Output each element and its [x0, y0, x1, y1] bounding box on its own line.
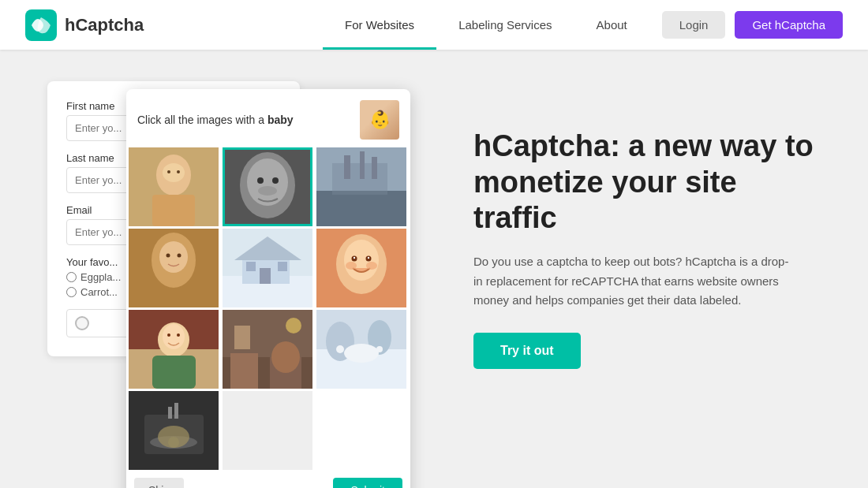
svg-point-52 [271, 341, 300, 373]
captcha-header: Click all the images with a baby 👶 [126, 89, 410, 147]
navbar: hCaptcha For Websites Labeling Services … [0, 0, 868, 50]
svg-rect-31 [278, 262, 287, 271]
captcha-sample-image: 👶 [360, 100, 399, 140]
captcha-prompt-text: Click all the images with a [137, 114, 264, 126]
get-hcaptcha-button[interactable]: Get hCaptcha [735, 11, 843, 39]
captcha-dot [75, 316, 89, 330]
svg-rect-53 [234, 326, 250, 349]
svg-point-6 [177, 170, 180, 173]
hero-title: hCaptcha: a new way to monetize your sit… [473, 129, 821, 237]
svg-point-11 [272, 177, 279, 184]
captcha-image-1 [129, 147, 219, 226]
nav-about[interactable]: About [574, 0, 649, 50]
svg-point-59 [344, 344, 379, 363]
captcha-cell-5[interactable] [223, 229, 312, 307]
main-content: First name Last name Email Your favo... … [0, 50, 868, 488]
svg-point-68 [158, 426, 189, 448]
captcha-cell-8[interactable] [223, 310, 312, 389]
nav-for-websites[interactable]: For Websites [323, 0, 436, 50]
sample-face-icon: 👶 [360, 100, 399, 140]
captcha-cell-9[interactable] [316, 310, 406, 389]
captcha-cell-4[interactable] [129, 229, 219, 307]
logo-icon [25, 9, 57, 41]
captcha-prompt-bold: baby [268, 114, 294, 126]
svg-point-12 [258, 186, 277, 196]
svg-rect-44 [152, 356, 196, 389]
captcha-cell-6[interactable] [316, 229, 406, 307]
svg-point-46 [167, 333, 170, 337]
svg-rect-14 [316, 191, 406, 226]
skip-button[interactable]: Skip [134, 478, 184, 488]
captcha-widget: Click all the images with a baby 👶 [126, 89, 410, 488]
radio-carrot-label: Carrot... [80, 286, 118, 298]
hero-section: hCaptcha: a new way to monetize your sit… [473, 81, 821, 369]
navbar-buttons: Login Get hCaptcha [662, 11, 843, 39]
captcha-cell-7[interactable] [129, 310, 219, 389]
captcha-cell-1[interactable] [129, 147, 219, 226]
radio-carrot-input[interactable] [66, 287, 77, 297]
svg-rect-50 [230, 353, 258, 389]
captcha-image-4 [129, 229, 219, 307]
captcha-cell-3[interactable] [316, 147, 406, 226]
captcha-cell-2[interactable] [223, 147, 312, 226]
svg-point-5 [167, 170, 170, 173]
captcha-image-grid [126, 147, 410, 470]
svg-point-10 [257, 177, 264, 184]
svg-point-9 [247, 158, 288, 206]
nav-labeling-services[interactable]: Labeling Services [436, 0, 574, 50]
logo-text: hCaptcha [65, 15, 144, 35]
login-button[interactable]: Login [662, 11, 726, 39]
svg-point-39 [346, 262, 357, 270]
svg-point-24 [178, 254, 181, 258]
radio-eggplant-label: Eggpla... [80, 271, 121, 283]
svg-point-61 [376, 346, 383, 352]
svg-rect-67 [174, 403, 178, 419]
captcha-image-7 [129, 310, 219, 389]
submit-button[interactable]: Submit [333, 478, 402, 488]
captcha-image-3 [316, 147, 406, 226]
svg-point-22 [159, 241, 188, 273]
svg-point-47 [177, 333, 180, 337]
svg-point-4 [163, 163, 185, 182]
captcha-image-10 [129, 391, 219, 470]
captcha-image-6 [316, 229, 406, 307]
nav-links: For Websites Labeling Services About [323, 0, 649, 50]
hero-description: Do you use a captcha to keep out bots? h… [473, 252, 789, 311]
captcha-prompt: Click all the images with a baby [137, 114, 294, 126]
captcha-cell-10[interactable] [129, 391, 219, 470]
radio-eggplant-input[interactable] [66, 272, 77, 282]
captcha-cell-11 [223, 391, 312, 470]
captcha-image-9 [316, 310, 406, 389]
svg-point-34 [344, 240, 379, 281]
captcha-image-5 [223, 229, 312, 307]
svg-rect-19 [316, 147, 406, 191]
svg-point-54 [286, 318, 301, 333]
svg-point-60 [336, 345, 344, 353]
svg-point-38 [368, 257, 369, 259]
svg-point-23 [166, 254, 170, 258]
left-section: First name Last name Email Your favo... … [47, 81, 442, 356]
logo[interactable]: hCaptcha [25, 9, 144, 41]
captcha-image-2 [223, 147, 312, 226]
svg-rect-3 [152, 195, 195, 226]
svg-rect-29 [260, 268, 271, 284]
svg-point-37 [354, 257, 355, 259]
svg-rect-66 [168, 407, 172, 419]
captcha-image-8 [223, 310, 312, 389]
captcha-footer: Skip Submit [126, 470, 410, 488]
svg-rect-30 [246, 262, 256, 271]
try-it-out-button[interactable]: Try it out [473, 333, 581, 369]
svg-point-40 [366, 262, 377, 270]
